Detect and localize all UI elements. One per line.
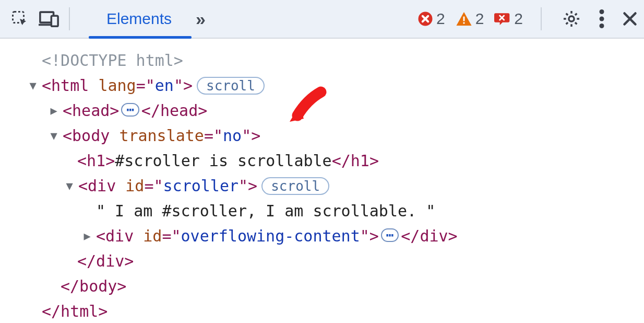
device-toggle-icon[interactable] <box>39 9 59 28</box>
dom-doctype[interactable]: <!DOCTYPE html> <box>0 48 644 73</box>
warnings-status[interactable]: 2 <box>456 10 484 28</box>
status-group: 2 2 2 <box>418 7 638 30</box>
ellipsis-icon[interactable]: ⋯ <box>381 228 399 242</box>
tab-elements[interactable]: Elements <box>103 0 175 38</box>
svg-rect-6 <box>463 22 464 24</box>
issues-count: 2 <box>514 10 523 28</box>
annotation-arrow-icon <box>285 86 332 133</box>
more-tabs-icon[interactable]: » <box>196 9 206 29</box>
dom-tree[interactable]: <!DOCTYPE html> ▼ <html lang="en"> scrol… <box>0 39 644 323</box>
errors-status[interactable]: 2 <box>418 10 445 28</box>
issues-status[interactable]: 2 <box>494 10 523 28</box>
svg-rect-3 <box>51 16 58 26</box>
svg-point-7 <box>569 16 574 21</box>
toolbar-divider <box>69 7 70 30</box>
svg-point-8 <box>600 9 604 14</box>
devtools-toolbar: Elements » 2 2 2 <box>0 0 644 39</box>
expand-toggle-icon[interactable]: ▶ <box>48 98 59 123</box>
dom-text-node[interactable]: " I am #scroller, I am scrollable. " <box>0 199 644 224</box>
dom-h1[interactable]: <h1>#scroller is scrollable</h1> <box>0 148 644 174</box>
scroll-badge: scroll <box>197 77 265 95</box>
errors-count: 2 <box>436 10 445 28</box>
toolbar-divider <box>541 7 542 30</box>
expand-toggle-icon[interactable]: ▶ <box>81 224 93 249</box>
dom-html-close[interactable]: </html> <box>0 299 644 323</box>
dom-body-close[interactable]: </body> <box>0 274 644 299</box>
expand-toggle-icon[interactable]: ▼ <box>64 174 75 199</box>
expand-toggle-icon[interactable]: ▼ <box>48 123 59 148</box>
settings-icon[interactable] <box>562 9 581 29</box>
svg-rect-5 <box>463 17 464 21</box>
svg-point-10 <box>600 24 604 28</box>
scroll-badge: scroll <box>261 177 329 195</box>
kebab-menu-icon[interactable] <box>599 9 604 28</box>
close-icon[interactable] <box>622 11 638 27</box>
warnings-count: 2 <box>475 10 484 28</box>
expand-toggle-icon[interactable]: ▼ <box>27 73 39 98</box>
inspect-icon[interactable] <box>10 9 29 28</box>
dom-div-close[interactable]: </div> <box>0 249 644 274</box>
dom-div-scroller-open[interactable]: ▼ <div id="scroller"> scroll <box>0 174 644 199</box>
svg-point-9 <box>600 17 604 21</box>
dom-div-overflow[interactable]: ▶ <div id="overflowing-content"> ⋯ </div… <box>0 224 644 249</box>
ellipsis-icon[interactable]: ⋯ <box>121 103 139 117</box>
